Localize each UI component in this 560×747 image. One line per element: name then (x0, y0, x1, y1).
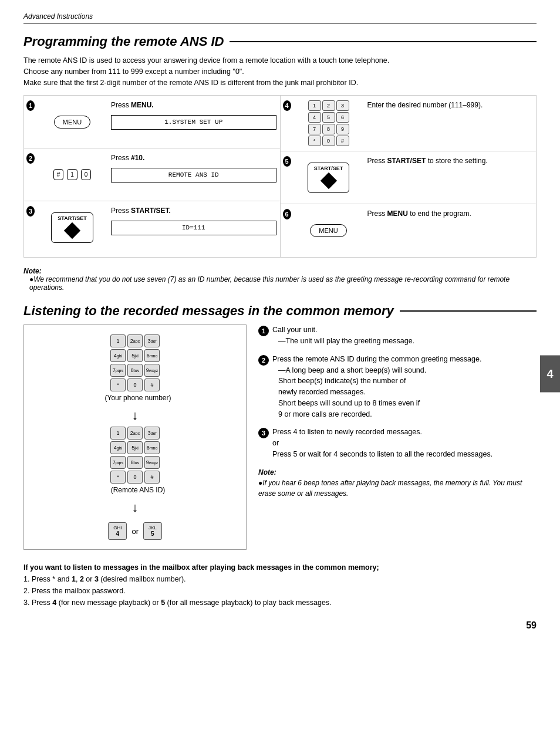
listen-step-3-sub: Press 5 or wait for 4 seconds to listen … (272, 449, 537, 460)
bottom-note-bullet: ●If you hear 6 beep tones after playing … (258, 478, 537, 499)
steps-col-right: 4 1 2 3 4 5 6 7 8 9 * 0 # (281, 96, 537, 257)
step-4-diagram: 1 2 3 4 5 6 7 8 9 * 0 # (294, 96, 364, 151)
listen-step-2-sub: —A long beep and a short beep(s) will so… (278, 365, 537, 420)
lcd-1: 1.SYSTEM SET UP (111, 115, 276, 130)
numpad-diagram: 1 2 3 4 5 6 7 8 9 * 0 # (308, 100, 349, 146)
start-set-diagram-3: START/SET (51, 212, 93, 243)
menu-button-diagram-6: MENU (310, 224, 346, 237)
page-number: 59 (23, 620, 537, 631)
step-5-num: 5 (281, 151, 294, 204)
header-label: Advanced Instructions (23, 12, 93, 21)
steps-col-left: 1 MENU Press MENU. 1.SYSTEM SET UP 2 (24, 96, 281, 257)
intro-line-1: The remote ANS ID is used to access your… (23, 55, 537, 66)
hash-key: # (53, 169, 64, 180)
mailbox-section: If you want to listen to messages in the… (23, 562, 537, 609)
listen-step-1: 1 Call your unit. —The unit will play th… (258, 325, 537, 347)
listen-step-3-main: Press 4 to listen to newly recorded mess… (272, 427, 537, 438)
listen-container: 1 2abc 3def 4ghi 5jkl 6mno 7pqrs 8tuv 9w… (23, 325, 537, 550)
step-1-text: Press MENU. 1.SYSTEM SET UP (107, 96, 280, 148)
step-4-text: Enter the desired number (111–999). (364, 96, 537, 151)
mailbox-step-1: 1. Press * and 1, 2 or 3 (desired mailbo… (23, 573, 537, 585)
step-2-row: 2 # 1 0 Press #10. REMOTE ANS ID (24, 148, 280, 201)
step-1-row: 1 MENU Press MENU. 1.SYSTEM SET UP (24, 96, 280, 148)
or-label: or (131, 527, 139, 536)
phone-number-label: (Your phone number) (105, 394, 171, 402)
step-2-num: 2 (24, 148, 37, 201)
lcd-2: REMOTE ANS ID (111, 168, 276, 182)
listen-steps: 1 Call your unit. —The unit will play th… (258, 325, 537, 550)
start-set-diagram-5: START/SET (308, 163, 349, 193)
phone-keypad-1: 1 2abc 3def 4ghi 5jkl 6mno 7pqrs 8tuv 9w… (110, 334, 160, 391)
note-title-1: Note: (23, 267, 537, 275)
step-3-text: Press START/SET. ID=111 (107, 201, 280, 254)
intro-line-3: Make sure that the first 2-digit number … (23, 77, 537, 89)
section1-title: Programming the remote ANS ID (23, 34, 537, 49)
key-4: GHI 4 (108, 522, 127, 540)
step-1-diagram: MENU (37, 96, 107, 148)
remote-ans-label: (Remote ANS ID) (111, 486, 166, 494)
intro-line-2: Choose any number from 111 to 999 except… (23, 66, 537, 77)
listen-step-1-sub: —The unit will play the greeting message… (278, 336, 537, 347)
key-5: JKL 5 (143, 522, 162, 540)
step-6-diagram: MENU (294, 204, 364, 257)
intro-text: The remote ANS ID is used to access your… (23, 55, 537, 88)
note-section-1: Note: ●We recommend that you do not use … (23, 267, 537, 292)
bottom-keys-row: GHI 4 or JKL 5 (108, 522, 162, 540)
step-5-diagram: START/SET (294, 151, 364, 204)
step-6-text: Press MENU to end the program. (364, 204, 537, 257)
mailbox-bold-text: If you want to listen to messages in the… (23, 562, 537, 573)
step-3-row: 3 START/SET Press START/SET. ID=111 (24, 201, 280, 254)
tab-indicator: 4 (540, 355, 560, 392)
phone-number-label-row: (Your phone number) (99, 394, 171, 402)
key-0: 0 (81, 169, 92, 180)
lcd-3: ID=111 (111, 221, 276, 235)
mailbox-step-3: 3. Press 4 (for new message playback) or… (23, 597, 537, 609)
step-6-row: 6 MENU Press MENU to end the program. (281, 204, 537, 257)
step-6-num: 6 (281, 204, 294, 257)
step-5-row: 5 START/SET Press START/SET to store the… (281, 151, 537, 204)
step-2-text: Press #10. REMOTE ANS ID (107, 148, 280, 201)
mailbox-step-2: 2. Press the mailbox password. (23, 585, 537, 597)
key-1: 1 (67, 169, 77, 180)
step-3-num: 3 (24, 201, 37, 254)
bottom-note: Note: ●If you hear 6 beep tones after pl… (258, 467, 537, 499)
note-bullet-1: ●We recommend that you do not use seven … (29, 275, 537, 292)
arrow-down-1: ↓ (132, 408, 139, 423)
listen-step-3-or: or (272, 438, 537, 449)
header: Advanced Instructions (23, 12, 537, 23)
step-4-row: 4 1 2 3 4 5 6 7 8 9 * 0 # (281, 96, 537, 151)
step-1-num: 1 (24, 96, 37, 148)
step-4-num: 4 (281, 96, 294, 151)
arrow-down-2: ↓ (132, 500, 139, 515)
listen-step-2: 2 Press the remote ANS ID during the com… (258, 354, 537, 420)
section2-title: Listening to the recorded messages in th… (23, 303, 537, 319)
steps-container: 1 MENU Press MENU. 1.SYSTEM SET UP 2 (23, 95, 537, 258)
step-2-diagram: # 1 0 (37, 148, 107, 201)
listen-step-1-main: Call your unit. (272, 325, 537, 336)
listen-step-3: 3 Press 4 to listen to newly recorded me… (258, 427, 537, 459)
listen-diagram: 1 2abc 3def 4ghi 5jkl 6mno 7pqrs 8tuv 9w… (23, 325, 247, 550)
listen-step-2-main: Press the remote ANS ID during the commo… (272, 354, 537, 365)
remote-ans-label-row: (Remote ANS ID) (105, 486, 166, 494)
bottom-note-title: Note: (258, 467, 537, 478)
menu-button-diagram: MENU (54, 116, 90, 129)
phone-keypad-2: 1 2abc 3def 4ghi 5jkl 6mno 7pqrs 8tuv 9w… (110, 427, 160, 484)
step-3-diagram: START/SET (37, 201, 107, 254)
step-5-text: Press START/SET to store the setting. (364, 151, 537, 204)
